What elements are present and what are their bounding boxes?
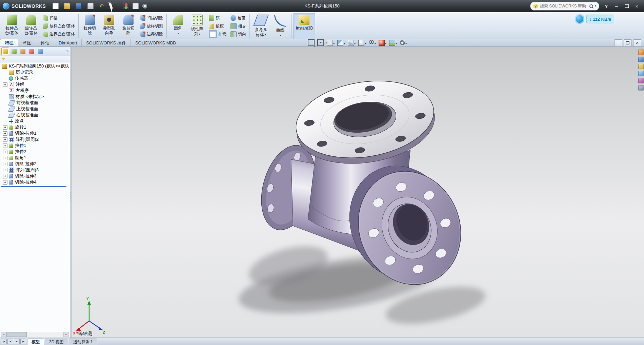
help-search-box[interactable]: ? [530, 2, 599, 11]
tree-item[interactable]: 切除-拉伸3 [0, 173, 70, 179]
ribbon-button-small[interactable]: 抽壳 [207, 31, 228, 38]
expand-toggle[interactable] [3, 180, 7, 185]
tree-item[interactable]: 历史记录 [0, 69, 70, 75]
view-tool-button[interactable] [378, 39, 387, 46]
quick-tool-button[interactable] [131, 2, 140, 11]
ribbon-button-small[interactable]: 扫描 [41, 15, 76, 22]
scroll-left-icon[interactable] [1, 332, 6, 337]
tree-item[interactable]: 材质 <未指定> [0, 94, 70, 100]
tree-item[interactable]: 圆角1 [0, 155, 70, 161]
expand-toggle[interactable] [3, 137, 7, 142]
view-tool-button[interactable] [368, 39, 377, 46]
tab-scroll-first-icon[interactable] [1, 339, 7, 344]
search-input[interactable] [539, 3, 588, 9]
expand-toggle[interactable] [3, 156, 7, 160]
manager-tab[interactable] [28, 47, 36, 55]
view-tool-button[interactable] [316, 39, 325, 46]
ribbon-button[interactable]: 旋转凸 台/基体 [21, 13, 41, 39]
tree-item[interactable]: 阵列(圆周)2 [0, 136, 70, 142]
tree-item[interactable]: 注解 [0, 81, 70, 88]
ribbon-button[interactable]: 异型孔 向导 [99, 13, 119, 39]
view-tool-button[interactable] [307, 39, 316, 46]
tree-filter-bar[interactable] [0, 56, 70, 62]
tree-item[interactable]: 方程序 [0, 88, 70, 94]
manager-tab[interactable] [1, 47, 9, 55]
custom-properties-icon[interactable] [638, 85, 644, 91]
ribbon-tab[interactable]: SOLIDWORKS 插件 [82, 39, 131, 46]
3dexperience-icon[interactable] [575, 14, 584, 24]
document-window-button[interactable] [614, 39, 622, 46]
ribbon-button-small[interactable]: 镜向 [229, 31, 247, 38]
view-tool-button[interactable] [326, 39, 336, 46]
window-control-button[interactable] [601, 2, 611, 10]
view-tool-button[interactable] [399, 39, 408, 46]
quick-tool-button[interactable] [63, 2, 74, 11]
tree-item[interactable]: 传感器 [0, 75, 70, 81]
tree-item[interactable]: 原点 [0, 118, 70, 124]
ribbon-button[interactable]: 参考几 何体 [251, 13, 270, 39]
expand-toggle[interactable] [3, 82, 7, 87]
tree-item[interactable]: 右视基准面 [0, 112, 70, 118]
expand-toggle[interactable] [3, 174, 7, 178]
manager-tab[interactable] [10, 47, 18, 55]
ribbon-button[interactable]: 拉伸凸 台/基体 [2, 13, 21, 39]
ribbon-button-small[interactable]: 放样切割 [139, 23, 164, 30]
document-window-button[interactable] [633, 39, 641, 46]
tree-item[interactable]: 切除-拉伸1 [0, 130, 70, 136]
document-tab[interactable]: 3D 视图 [45, 339, 68, 345]
tree-item[interactable]: 旋转1 [0, 124, 70, 130]
expand-toggle[interactable] [3, 125, 7, 130]
quick-tool-button[interactable] [86, 2, 97, 11]
ribbon-tab[interactable]: DimXpert [54, 39, 82, 46]
ribbon-button-small[interactable]: 筋 [207, 15, 228, 22]
ribbon-button[interactable]: 圆角 [168, 13, 187, 39]
document-window-button[interactable] [624, 39, 632, 46]
ribbon-button-small[interactable]: 边界切除 [139, 31, 164, 38]
quick-tool-button[interactable] [74, 2, 85, 11]
scrollbar-thumb[interactable] [6, 332, 27, 337]
view-tool-button[interactable] [336, 39, 346, 46]
document-tab[interactable]: 模型 [27, 339, 44, 345]
ribbon-tab[interactable]: 特征 [0, 39, 18, 46]
rollback-bar[interactable] [1, 186, 66, 187]
view-palette-icon[interactable] [638, 71, 644, 76]
search-icon[interactable] [589, 4, 593, 8]
quick-tool-button[interactable] [51, 2, 62, 11]
file-explorer-icon[interactable] [638, 64, 644, 69]
ribbon-button-small[interactable]: 包覆 [229, 15, 247, 22]
ribbon-button-small[interactable]: 扫描切除 [139, 15, 164, 22]
scrollbar-track[interactable] [6, 332, 63, 337]
quick-tool-button[interactable] [141, 2, 151, 11]
tree-horizontal-scrollbar[interactable] [1, 332, 69, 337]
scroll-right-icon[interactable] [63, 332, 69, 337]
ribbon-button[interactable]: 线性阵 列 [187, 13, 207, 39]
tab-scroll-next-icon[interactable] [14, 339, 20, 344]
ribbon-button[interactable]: 旋转切 除 [119, 13, 138, 39]
chevron-right-icon[interactable] [66, 49, 68, 54]
view-tool-button[interactable] [347, 39, 357, 46]
ribbon-button-small[interactable]: 放样凸台/基体 [41, 23, 76, 30]
expand-toggle[interactable] [3, 131, 7, 136]
manager-tab[interactable] [37, 47, 44, 55]
appearances-icon[interactable] [638, 78, 644, 83]
quick-tool-button[interactable] [98, 2, 108, 11]
ribbon-button[interactable]: 拉伸切 除 [80, 13, 99, 39]
window-control-button[interactable] [611, 2, 622, 10]
view-tool-button[interactable] [357, 39, 367, 46]
quick-tool-button[interactable] [122, 2, 130, 11]
ribbon-button-small[interactable]: 拔模 [207, 23, 228, 30]
document-tab[interactable]: 运动算例 1 [69, 339, 97, 345]
resources-icon[interactable] [638, 50, 644, 55]
design-library-icon[interactable] [638, 57, 644, 62]
tab-scroll-prev-icon[interactable] [7, 339, 13, 344]
tree-item[interactable]: 拉伸1 [0, 142, 70, 149]
instant3d-toggle[interactable]: Instant3D [294, 13, 315, 39]
ribbon-tab[interactable]: SOLIDWORKS MBD [131, 39, 181, 46]
tree-item[interactable]: 切除-拉伸2 [0, 161, 70, 167]
tree-root-item[interactable]: KS-F系列梭阀150 (默认<<默认 [0, 63, 70, 69]
tree-item[interactable]: 拉伸2 [0, 149, 70, 155]
expand-toggle[interactable] [3, 162, 7, 166]
expand-toggle[interactable] [3, 143, 7, 148]
model-3d[interactable]: Y X Z [72, 47, 644, 338]
ribbon-tab[interactable]: 评估 [36, 39, 54, 46]
